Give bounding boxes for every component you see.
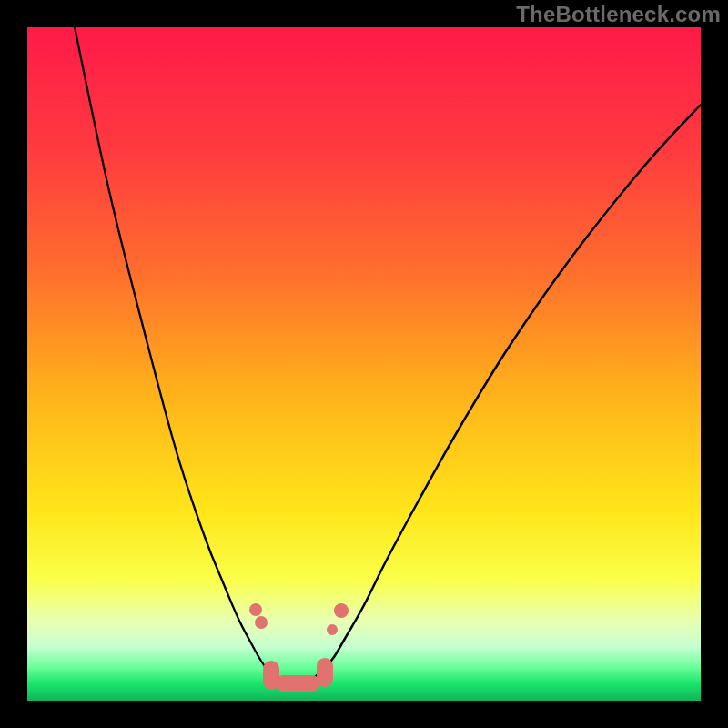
curve-layer	[27, 27, 701, 701]
right-curve	[294, 105, 701, 682]
watermark-text: TheBottleneck.com	[516, 2, 721, 27]
data-marker	[317, 658, 333, 687]
chart-frame: TheBottleneck.com	[0, 0, 728, 728]
data-marker	[255, 616, 268, 629]
data-marker	[334, 603, 349, 618]
data-marker	[275, 675, 320, 692]
plot-area	[27, 27, 701, 701]
marker-group	[249, 603, 349, 692]
data-marker	[249, 603, 262, 616]
left-curve	[75, 27, 294, 682]
data-marker	[327, 624, 338, 635]
